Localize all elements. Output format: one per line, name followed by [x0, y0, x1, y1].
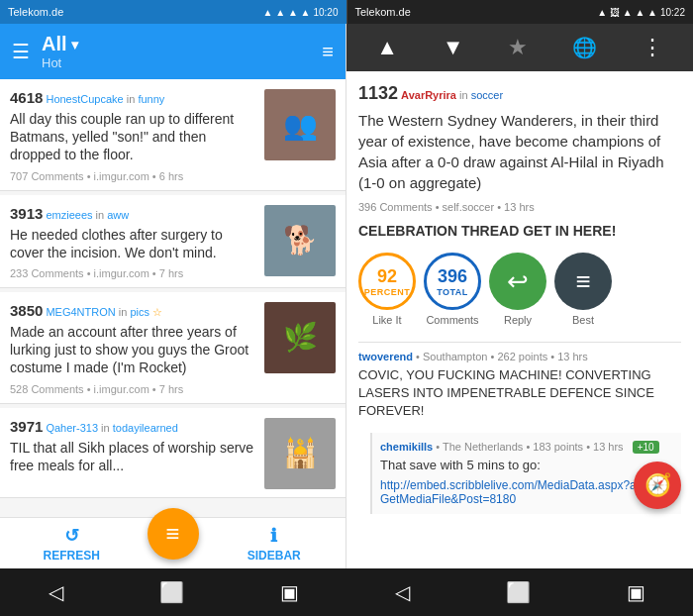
feed-item-content: 4618 HonestCupcake in funny All day this… [10, 89, 256, 182]
celebration-text: CELEBRATION THREAD GET IN HERE! [358, 223, 681, 239]
star-toolbar-icon[interactable]: ★ [508, 35, 528, 60]
feed-item[interactable]: 3913 emzieees in aww He needed clothes a… [0, 195, 346, 288]
feed-item-content: 3913 emzieees in aww He needed clothes a… [10, 205, 256, 279]
reply-circle[interactable]: ↩ [489, 253, 546, 310]
right-status-icons: ▲ 🖼 ▲ ▲ ▲ 10:22 [597, 7, 685, 18]
header-subtitle: Hot [42, 55, 310, 70]
feed-list: 4618 HonestCupcake in funny All day this… [0, 79, 346, 517]
feed-thumbnail: 🌿 [264, 302, 336, 373]
feed-title: All day this couple ran up to different … [10, 110, 256, 164]
comment-text: COVIC, YOU FUCKING MACHINE! CONVERTING L… [358, 366, 681, 421]
nav-bar: ◁ ⬜ ▣ ◁ ⬜ ▣ [0, 568, 693, 616]
best-button[interactable]: ≡ Best [554, 253, 612, 326]
left-status-icons: ▲ ▲ ▲ ▲ 10:20 [263, 7, 339, 18]
compass-fab-container: 🧭 [634, 462, 681, 509]
downvote-toolbar-icon[interactable]: ▼ [443, 35, 464, 60]
sidebar-label: SIDEBAR [248, 549, 301, 563]
reply-icon: ↩ [507, 266, 529, 297]
feed-footer: 707 Comments • i.imgur.com • 6 hrs [10, 170, 256, 182]
total-comments-button[interactable]: 396 TOTAL Comments [424, 253, 481, 326]
feed-meta: 3913 emzieees in aww [10, 205, 256, 222]
feed-thumbnail: 👥 [264, 89, 336, 160]
menu-icon[interactable]: ☰ [12, 40, 30, 63]
comment-link[interactable]: http://embed.scribblelive.com/MediaData.… [380, 478, 673, 506]
header-title-area: All ▾ Hot [42, 33, 310, 70]
left-carrier: Telekom.de [8, 6, 63, 18]
recents-button-right[interactable]: ▣ [627, 580, 645, 604]
back-button-right[interactable]: ◁ [395, 580, 410, 604]
feed-meta: 3971 Qaher-313 in todayilearned [10, 418, 256, 435]
feed-footer: 528 Comments • i.imgur.com • 7 hrs [10, 383, 256, 395]
reply-button[interactable]: ↩ Reply [489, 253, 546, 326]
post-header: 1132 AvarRyrira in soccer [358, 83, 681, 104]
feed-title: TIL that all Sikh places of worship serv… [10, 439, 256, 474]
fab-icon: ≡ [165, 520, 179, 548]
right-nav: ◁ ⬜ ▣ [346, 568, 693, 616]
compass-icon: 🧭 [644, 472, 671, 498]
sidebar-icon: ℹ [270, 525, 277, 547]
post-stats: 396 Comments • self.soccer • 13 hrs [358, 201, 681, 213]
username: HonestCupcake [46, 93, 123, 105]
back-button[interactable]: ◁ [49, 580, 63, 604]
left-panel: ☰ All ▾ Hot ≡ 4618 Honest [0, 24, 346, 568]
sidebar-button[interactable]: ℹ SIDEBAR [203, 518, 346, 568]
filter-icon[interactable]: ≡ [322, 41, 334, 63]
feed-title: He needed clothes after surgery to cover… [10, 226, 256, 261]
home-button-right[interactable]: ⬜ [506, 580, 531, 604]
left-header: ☰ All ▾ Hot ≡ [0, 24, 346, 79]
right-carrier: Telekom.de [355, 6, 411, 18]
total-circle[interactable]: 396 TOTAL [424, 253, 481, 310]
comment-header: chemikills • The Netherlands • 183 point… [380, 441, 673, 453]
points-badge: +10 [633, 441, 659, 454]
header-title[interactable]: All ▾ [42, 33, 310, 55]
feed-item-content: 3971 Qaher-313 in todayilearned TIL that… [10, 418, 256, 489]
like-percent-button[interactable]: 92 PERCENT Like It [358, 253, 416, 326]
like-circle[interactable]: 92 PERCENT [358, 253, 416, 310]
feed-item-content: 3850 MEG4NTRON in pics ☆ Made an account… [10, 302, 256, 395]
left-status-bar: Telekom.de ▲ ▲ ▲ ▲ 10:20 [0, 0, 346, 24]
feed-item[interactable]: 3971 Qaher-313 in todayilearned TIL that… [0, 408, 346, 498]
feed-footer: 233 Comments • i.imgur.com • 7 hrs [10, 267, 256, 279]
feed-title: Made an account after three years of lur… [10, 323, 256, 377]
comment-text: That save with 5 mins to go: [380, 457, 673, 474]
right-status-bar: Telekom.de ▲ 🖼 ▲ ▲ ▲ 10:22 [346, 0, 694, 24]
fab-button[interactable]: ≡ [148, 508, 199, 560]
comment-header: twoverend • Southampton • 262 points • 1… [358, 351, 681, 362]
refresh-label: REFRESH [44, 549, 100, 563]
best-icon: ≡ [575, 266, 590, 297]
dropdown-icon: ▾ [71, 37, 78, 52]
left-nav: ◁ ⬜ ▣ [0, 568, 346, 616]
recents-button[interactable]: ▣ [280, 580, 299, 604]
feed-item[interactable]: 3850 MEG4NTRON in pics ☆ Made an account… [0, 292, 346, 404]
refresh-button[interactable]: ↺ REFRESH [0, 518, 144, 568]
right-panel: ▲ ▼ ★ 🌐 ⋮ 1132 AvarRyrira in soccer The … [346, 24, 693, 568]
feed-meta: 3850 MEG4NTRON in pics ☆ [10, 302, 256, 319]
action-buttons: 92 PERCENT Like It 396 TOTAL Comments [358, 253, 681, 326]
bottom-bar-left: ↺ REFRESH ≡ ℹ SIDEBAR [0, 517, 346, 568]
post-title: The Western Sydney Wanderers, in their t… [358, 110, 681, 193]
feed-item[interactable]: 4618 HonestCupcake in funny All day this… [0, 79, 346, 191]
feed-thumbnail: 🕌 [264, 418, 336, 489]
fab-area: ≡ [144, 518, 203, 569]
more-toolbar-icon[interactable]: ⋮ [642, 35, 663, 60]
comment: twoverend • Southampton • 262 points • 1… [358, 351, 681, 421]
upvote-toolbar-icon[interactable]: ▲ [376, 35, 398, 60]
feed-thumbnail: 🐕 [264, 205, 336, 276]
best-circle[interactable]: ≡ [554, 253, 612, 310]
divider [358, 342, 681, 343]
compass-fab-button[interactable]: 🧭 [634, 462, 681, 509]
right-toolbar: ▲ ▼ ★ 🌐 ⋮ [346, 24, 693, 71]
refresh-icon: ↺ [64, 525, 79, 547]
feed-meta: 4618 HonestCupcake in funny [10, 89, 256, 106]
home-button[interactable]: ⬜ [159, 580, 184, 604]
globe-toolbar-icon[interactable]: 🌐 [572, 36, 597, 59]
